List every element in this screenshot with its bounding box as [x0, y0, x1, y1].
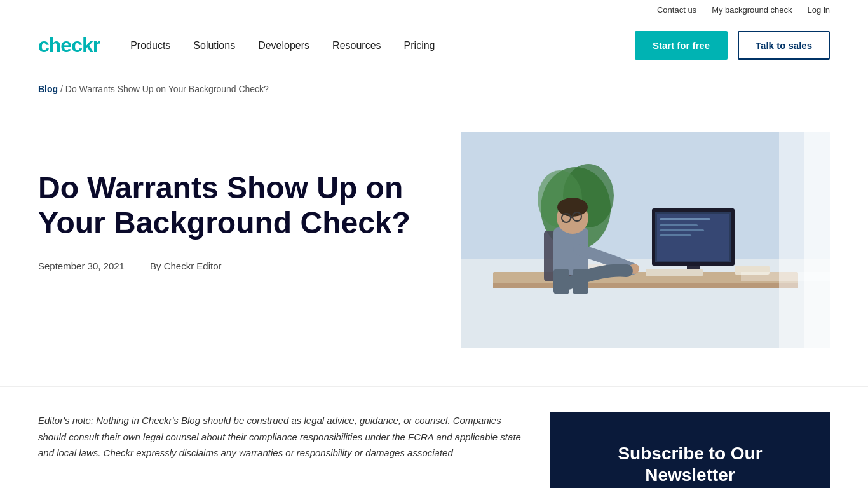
- nav-actions: Start for free Talk to sales: [635, 31, 830, 60]
- breadcrumb-home[interactable]: Blog: [38, 84, 58, 94]
- main-nav: checkr Products Solutions Developers Res…: [0, 20, 868, 71]
- svg-rect-14: [660, 224, 698, 226]
- svg-rect-15: [660, 229, 704, 231]
- svg-rect-16: [660, 234, 691, 236]
- breadcrumb-current: Do Warrants Show Up on Your Background C…: [65, 84, 269, 94]
- svg-rect-13: [660, 218, 710, 220]
- nav-products[interactable]: Products: [130, 40, 170, 51]
- newsletter-title: Subscribe to Our Newsletter: [576, 443, 804, 485]
- article-section: Editor's note: Nothing in Checkr's Blog …: [0, 386, 868, 488]
- hero-image: [461, 132, 830, 348]
- article-title: Do Warrants Show Up on Your Background C…: [38, 170, 423, 240]
- start-free-button[interactable]: Start for free: [635, 31, 728, 60]
- svg-rect-21: [646, 269, 703, 276]
- nav-pricing[interactable]: Pricing: [404, 40, 435, 51]
- article-author: By Checkr Editor: [150, 261, 222, 271]
- article-date: September 30, 2021: [38, 261, 125, 271]
- contact-link[interactable]: Contact us: [657, 5, 696, 15]
- newsletter-box: Subscribe to Our Newsletter: [550, 412, 830, 488]
- svg-line-31: [571, 217, 573, 218]
- svg-rect-12: [657, 214, 729, 261]
- article-text: Editor's note: Nothing in Checkr's Blog …: [38, 412, 525, 488]
- svg-rect-37: [741, 272, 830, 281]
- hero-content: Do Warrants Show Up on Your Background C…: [38, 132, 423, 271]
- svg-rect-4: [461, 132, 830, 259]
- logo[interactable]: checkr: [38, 34, 100, 57]
- nav-solutions[interactable]: Solutions: [193, 40, 235, 51]
- hero-section: Do Warrants Show Up on Your Background C…: [0, 107, 868, 386]
- svg-rect-20: [493, 283, 798, 288]
- background-check-link[interactable]: My background check: [712, 5, 792, 15]
- login-link[interactable]: Log in: [808, 5, 830, 15]
- nav-developers[interactable]: Developers: [258, 40, 309, 51]
- top-bar: Contact us My background check Log in: [0, 0, 868, 20]
- nav-resources[interactable]: Resources: [332, 40, 381, 51]
- editor-note: Editor's note: Nothing in Checkr's Blog …: [38, 412, 525, 461]
- talk-to-sales-button[interactable]: Talk to sales: [738, 31, 830, 60]
- svg-point-28: [557, 198, 588, 217]
- nav-links: Products Solutions Developers Resources …: [130, 40, 635, 51]
- breadcrumb: Blog / Do Warrants Show Up on Your Backg…: [0, 71, 868, 107]
- breadcrumb-separator: /: [60, 84, 65, 94]
- hero-meta: September 30, 2021 By Checkr Editor: [38, 261, 423, 271]
- svg-rect-36: [804, 132, 830, 348]
